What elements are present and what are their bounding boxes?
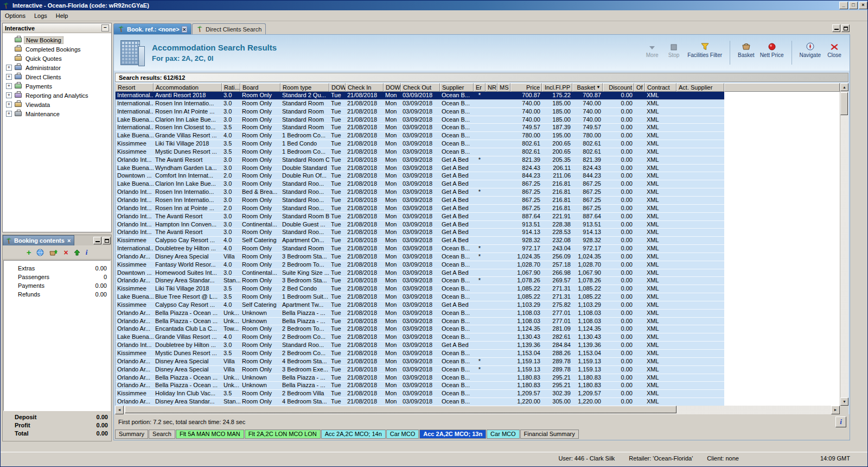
- vertical-scrollbar[interactable]: ▲ ▼: [840, 83, 848, 406]
- table-row[interactable]: Lake Buena...Blue Tree Resort @ L...3.5R…: [116, 293, 840, 301]
- sidebar-item-direct-clients[interactable]: +Direct Clients: [3, 72, 111, 81]
- facilities-filter-button[interactable]: Facilities Filter: [685, 40, 725, 66]
- maximize-window-button[interactable]: □: [849, 2, 858, 9]
- scroll-down-icon[interactable]: ▼: [840, 397, 848, 406]
- expand-icon[interactable]: +: [6, 83, 12, 89]
- restore-panel-button[interactable]: [103, 237, 111, 244]
- table-row[interactable]: Orlando Int...The Avanti Resort3.0Room O…: [116, 229, 840, 237]
- minimize-document-button[interactable]: [832, 24, 840, 32]
- scroll-left-icon[interactable]: ◄: [115, 406, 124, 414]
- table-row[interactable]: KissimmeeHoliday Inn Club Vac...3.5Room …: [116, 390, 840, 398]
- table-row[interactable]: International...Rosen Inn Closest to...3…: [116, 124, 840, 132]
- table-row[interactable]: Orlando Ar...Bella Piazza - Ocean ...Unk…: [116, 374, 840, 382]
- table-row[interactable]: KissimmeeLiki Tiki Village 20183.5Room O…: [116, 285, 840, 293]
- table-row[interactable]: KissimmeeMystic Dunes Resort ...3.5Room …: [116, 350, 840, 358]
- horizontal-scroll-thumb[interactable]: [125, 406, 676, 413]
- scroll-right-icon[interactable]: ►: [831, 406, 840, 414]
- sidebar-item-quick-quotes[interactable]: Quick Quotes: [3, 54, 111, 63]
- expand-icon[interactable]: +: [6, 74, 12, 80]
- column-header-of[interactable]: Of: [634, 83, 645, 92]
- booking-item-refunds[interactable]: Refunds0.00: [4, 290, 110, 299]
- table-row[interactable]: Orlando Int...Doubletree by Hilton ...3.…: [116, 342, 840, 350]
- table-row[interactable]: KissimmeeLiki Tiki Village 20183.5Room O…: [116, 140, 840, 148]
- column-header-check-out[interactable]: Check Out: [401, 83, 440, 92]
- nett-price-button[interactable]: Nett Price: [757, 40, 787, 66]
- sidebar-item-administrator[interactable]: +Administrator: [3, 63, 111, 72]
- table-row[interactable]: Orlando Int...The Avanti Resort3.0Room O…: [116, 156, 840, 165]
- table-row[interactable]: KissimmeeMystic Dunes Resort ...3.5Room …: [116, 148, 840, 156]
- table-row[interactable]: International...Doubletree by Hilton ...…: [116, 245, 840, 253]
- table-row[interactable]: Orlando Int...Rosen Inn Internatio...3.0…: [116, 197, 840, 205]
- sidebar-item-payments[interactable]: +Payments: [3, 81, 111, 91]
- column-header-supplier[interactable]: Supplier: [440, 83, 474, 92]
- table-row[interactable]: Downtown ...Homewood Suites Int...3.0Con…: [116, 269, 840, 277]
- close-button[interactable]: Close: [824, 40, 845, 66]
- table-row[interactable]: International...Rosen Inn At Pointe ...3…: [116, 108, 840, 116]
- sidebar-item-reporting-and-analytics[interactable]: +Reporting and Analytics: [3, 91, 111, 100]
- tab-direct-clients-search[interactable]: Direct Clients Search: [192, 23, 266, 34]
- collapse-panel-button[interactable]: −: [101, 24, 109, 31]
- column-header-nr[interactable]: NR: [486, 83, 497, 92]
- globe-icon[interactable]: [36, 249, 44, 256]
- column-header-er[interactable]: Er: [474, 83, 486, 92]
- add-item-icon[interactable]: +: [27, 249, 31, 256]
- booking-item-payments[interactable]: Payments0.00: [4, 281, 110, 290]
- table-row[interactable]: Orlando Int...Hampton Inn Conven...3.0Co…: [116, 221, 840, 229]
- vertical-scroll-thumb[interactable]: [840, 92, 848, 115]
- sidebar-item-new-booking[interactable]: New Booking: [3, 35, 111, 45]
- table-row[interactable]: Lake Buena...Grande Villas Resort ...4.0…: [116, 132, 840, 140]
- info-icon[interactable]: i: [86, 249, 88, 256]
- vertical-scroll-track[interactable]: [840, 91, 848, 397]
- column-header-dow[interactable]: DOW: [384, 83, 401, 92]
- table-row[interactable]: Orlando Ar...Bella Piazza - Ocean ...Unk…: [116, 310, 840, 318]
- bottom-tab-flt-5a-man-mco-man[interactable]: Flt 5A MAN MCO MAN: [176, 430, 244, 439]
- table-row[interactable]: Lake Buena...Clarion Inn Lake Bue...3.0R…: [116, 116, 840, 124]
- navigate-button[interactable]: Navigate: [797, 40, 824, 66]
- close-tab-icon[interactable]: ×: [182, 26, 187, 33]
- column-header-basket[interactable]: Basket▼: [572, 83, 603, 92]
- move-up-icon[interactable]: [74, 249, 80, 256]
- column-header-room-type[interactable]: Room type: [280, 83, 329, 92]
- close-booking-contents-icon[interactable]: ×: [66, 237, 72, 244]
- column-header-rati[interactable]: Rati...: [222, 83, 240, 92]
- sidebar-item-viewdata[interactable]: +Viewdata: [3, 100, 111, 109]
- column-header-contract[interactable]: Contract: [645, 83, 676, 92]
- bottom-tab-acc-2a-2c-mco-13n[interactable]: Acc 2A,2C MCO; 13n: [419, 430, 486, 439]
- bottom-tab-financial-summary[interactable]: Financial Summary: [520, 430, 579, 439]
- bottom-tab-summary[interactable]: Summary: [115, 430, 148, 439]
- table-row[interactable]: Orlando Int...The Avanti Resort3.0Room O…: [116, 213, 840, 221]
- restore-document-button[interactable]: [841, 24, 850, 32]
- table-row[interactable]: Orlando Ar...Disney Area SpecialVillaRoo…: [116, 366, 840, 374]
- tab-book-ref-none[interactable]: Book. ref.: <none>×: [113, 23, 192, 34]
- expand-icon[interactable]: +: [6, 65, 12, 71]
- booking-contents-tab[interactable]: Booking contents ×: [3, 235, 74, 245]
- info-button[interactable]: i: [835, 416, 846, 427]
- booking-item-extras[interactable]: Extras0.00: [4, 264, 110, 273]
- table-row[interactable]: Orlando Ar...Disney Area SpecialVillaRoo…: [116, 358, 840, 366]
- table-row[interactable]: KissimmeeCalypso Cay Resort ...4.0Self C…: [116, 301, 840, 310]
- horizontal-scroll-track[interactable]: [124, 406, 831, 414]
- column-header-resort[interactable]: Resort: [116, 83, 154, 92]
- close-window-button[interactable]: ×: [859, 2, 867, 9]
- column-header-discount[interactable]: Discount: [603, 83, 634, 92]
- bottom-tab-search[interactable]: Search: [149, 430, 175, 439]
- column-header-accommodation[interactable]: Accommodation: [154, 83, 222, 92]
- minimize-window-button[interactable]: _: [839, 2, 848, 9]
- table-row[interactable]: Orlando Int...Rosen Inn at Pointe ...2.0…: [116, 205, 840, 213]
- column-header-check-in[interactable]: Check In: [346, 83, 384, 92]
- booking-item-passengers[interactable]: Passengers0: [4, 273, 110, 281]
- basket-button[interactable]: Basket: [735, 40, 757, 66]
- column-header-incl-fl-pp[interactable]: Incl.Fl.PP: [542, 83, 572, 92]
- expand-icon[interactable]: +: [6, 111, 12, 117]
- table-row[interactable]: KissimmeeCalypso Cay Resort ...4.0Self C…: [116, 237, 840, 245]
- bottom-tab-car-mco[interactable]: Car MCO: [386, 430, 419, 439]
- delete-icon[interactable]: ×: [63, 249, 68, 256]
- table-row[interactable]: Orlando Ar...Bella Piazza - Ocean ...Unk…: [116, 318, 840, 326]
- menu-options[interactable]: Options: [1, 11, 30, 20]
- menu-help[interactable]: Help: [52, 11, 73, 20]
- bottom-tab-flt-2a-2c-lon-mco-lon[interactable]: Flt 2A,2C LON MCO LON: [245, 430, 321, 439]
- table-row[interactable]: Lake Buena...Wyndham Garden La...3.0Room…: [116, 165, 840, 173]
- column-header-board[interactable]: Board: [240, 83, 280, 92]
- column-header-act-supplier[interactable]: Act. Supplier: [676, 83, 724, 92]
- column-header-dow[interactable]: DOW: [329, 83, 346, 92]
